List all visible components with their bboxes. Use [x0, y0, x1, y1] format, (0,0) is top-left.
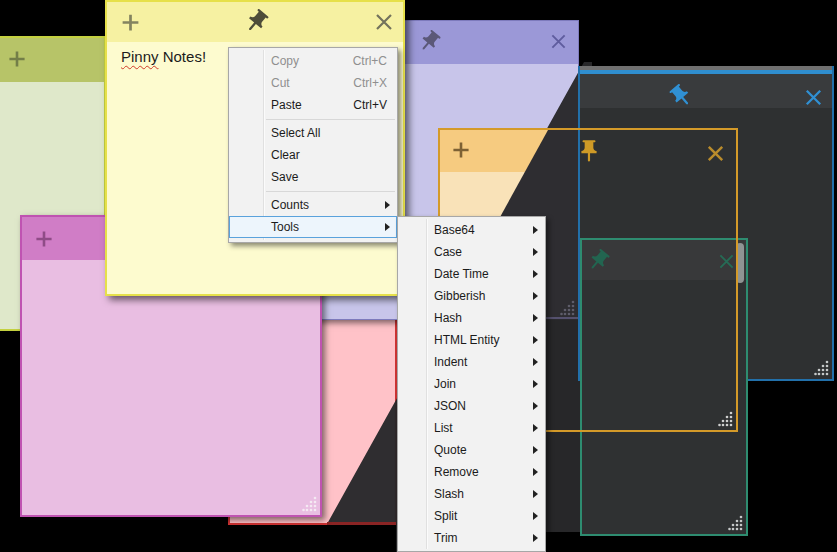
menu-item-tools[interactable]: Tools: [229, 216, 397, 238]
submenu-arrow-icon: [385, 223, 390, 231]
submenu-arrow-icon: [533, 446, 538, 454]
submenu-arrow-icon: [533, 490, 538, 498]
submenu-item-join[interactable]: Join: [398, 373, 545, 395]
submenu-arrow-icon: [533, 534, 538, 542]
submenu-item-gibberish[interactable]: Gibberish: [398, 285, 545, 307]
submenu-item-json[interactable]: JSON: [398, 395, 545, 417]
close-icon[interactable]: [548, 31, 569, 52]
submenu-arrow-icon: [533, 226, 538, 234]
tools-submenu: Base64 Case Date Time Gibberish Hash HTM…: [397, 216, 546, 552]
close-icon[interactable]: [372, 10, 396, 34]
submenu-item-case[interactable]: Case: [398, 241, 545, 263]
submenu-arrow-icon: [533, 248, 538, 256]
pin-icon[interactable]: [243, 8, 270, 35]
add-note-icon[interactable]: [117, 9, 144, 36]
menu-separator: [266, 119, 395, 120]
menu-item-counts[interactable]: Counts: [229, 194, 397, 216]
add-note-icon[interactable]: [31, 226, 57, 252]
salmon-border-dim: [327, 522, 396, 525]
pin-icon[interactable]: [576, 138, 602, 164]
shortcut-label: Ctrl+X: [353, 72, 387, 94]
submenu-item-hash[interactable]: Hash: [398, 307, 545, 329]
submenu-arrow-icon: [533, 402, 538, 410]
submenu-arrow-icon: [533, 358, 538, 366]
add-note-icon[interactable]: [4, 46, 30, 72]
add-note-icon[interactable]: [448, 137, 474, 163]
submenu-item-remove[interactable]: Remove: [398, 461, 545, 483]
submenu-arrow-icon: [533, 512, 538, 520]
pin-icon[interactable]: [668, 83, 694, 109]
menu-item-cut[interactable]: Cut Ctrl+X: [229, 72, 397, 94]
submenu-arrow-icon: [533, 314, 538, 322]
menu-separator: [266, 191, 395, 192]
resize-grip[interactable]: [718, 411, 733, 427]
menu-item-select-all[interactable]: Select All: [229, 122, 397, 144]
desktop: { "app": { "title": "Pinny Notes" }, "no…: [0, 0, 837, 552]
resize-grip[interactable]: [728, 515, 743, 531]
submenu-arrow-icon: [533, 468, 538, 476]
submenu-item-list[interactable]: List: [398, 417, 545, 439]
note-yellow-text[interactable]: Pinny Notes!: [121, 48, 206, 65]
resize-grip[interactable]: [302, 496, 317, 512]
submenu-arrow-icon: [533, 270, 538, 278]
shortcut-label: Ctrl+V: [353, 94, 387, 116]
submenu-item-date-time[interactable]: Date Time: [398, 263, 545, 285]
menu-item-copy[interactable]: Copy Ctrl+C: [229, 50, 397, 72]
submenu-item-trim[interactable]: Trim: [398, 527, 545, 549]
submenu-arrow-icon: [533, 336, 538, 344]
submenu-item-slash[interactable]: Slash: [398, 483, 545, 505]
submenu-item-split[interactable]: Split: [398, 505, 545, 527]
submenu-arrow-icon: [533, 380, 538, 388]
submenu-item-base64[interactable]: Base64: [398, 219, 545, 241]
menu-item-clear[interactable]: Clear: [229, 144, 397, 166]
note-blue-titlebar[interactable]: [580, 74, 832, 108]
pin-icon[interactable]: [417, 29, 442, 54]
note-orchid-body[interactable]: [22, 260, 320, 515]
close-icon[interactable]: [802, 86, 825, 109]
submenu-arrow-icon: [385, 201, 390, 209]
note-text-rest: Notes!: [159, 48, 207, 65]
submenu-item-quote[interactable]: Quote: [398, 439, 545, 461]
shortcut-label: Ctrl+C: [353, 50, 387, 72]
submenu-arrow-icon: [533, 424, 538, 432]
submenu-item-html-entity[interactable]: HTML Entity: [398, 329, 545, 351]
misspelled-word: Pinny: [121, 48, 159, 65]
submenu-arrow-icon: [533, 292, 538, 300]
close-icon[interactable]: [704, 142, 727, 165]
menu-item-save[interactable]: Save: [229, 166, 397, 188]
resize-grip[interactable]: [814, 360, 829, 376]
menu-item-paste[interactable]: Paste Ctrl+V: [229, 94, 397, 116]
submenu-item-indent[interactable]: Indent: [398, 351, 545, 373]
context-menu: Copy Ctrl+C Cut Ctrl+X Paste Ctrl+V Sele…: [228, 47, 398, 243]
